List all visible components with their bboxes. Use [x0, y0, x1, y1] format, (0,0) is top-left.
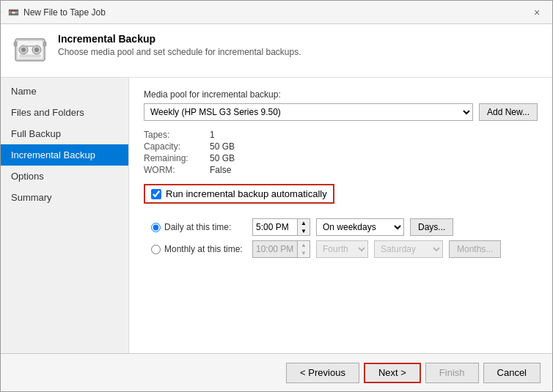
- svg-point-5: [34, 48, 39, 52]
- title-bar-left: 📼 New File to Tape Job: [8, 7, 106, 18]
- months-button[interactable]: Months...: [449, 240, 501, 258]
- window-title: New File to Tape Job: [23, 7, 106, 18]
- svg-rect-6: [20, 55, 40, 57]
- worm-value: False: [210, 165, 231, 175]
- previous-button[interactable]: < Previous: [286, 363, 359, 383]
- sidebar-item-summary[interactable]: Summary: [1, 187, 128, 208]
- main-window: 📼 New File to Tape Job × Incremental: [0, 0, 553, 392]
- sidebar-item-files-and-folders[interactable]: Files and Folders: [1, 102, 128, 123]
- daily-time-spinners: ▲ ▼: [297, 219, 310, 235]
- sidebar-item-incremental-backup[interactable]: Incremental Backup: [1, 144, 128, 166]
- window-title-icon: 📼: [8, 7, 19, 18]
- auto-backup-label: Run incremental backup automatically: [166, 188, 327, 199]
- svg-rect-7: [23, 45, 37, 47]
- monthly-time-input-wrap: ▲ ▼: [252, 240, 310, 258]
- svg-rect-9: [43, 42, 46, 46]
- capacity-value: 50 GB: [210, 141, 235, 152]
- days-button[interactable]: Days...: [410, 218, 453, 236]
- content-area: Name Files and Folders Full Backup Incre…: [1, 78, 552, 353]
- daily-radio[interactable]: [151, 223, 161, 232]
- capacity-row: Capacity: 50 GB: [144, 141, 538, 152]
- add-new-button[interactable]: Add New...: [479, 103, 538, 121]
- header-title: Incremental Backup: [58, 33, 301, 45]
- sidebar-item-full-backup[interactable]: Full Backup: [1, 123, 128, 144]
- monthly-time-down[interactable]: ▼: [298, 249, 310, 257]
- header-subtitle: Choose media pool and set schedule for i…: [58, 47, 301, 57]
- remaining-label: Remaining:: [144, 153, 210, 163]
- main-content: Media pool for incremental backup: Weekl…: [129, 78, 552, 353]
- finish-button[interactable]: Finish: [425, 363, 479, 383]
- monthly-row: Monthly at this time: ▲ ▼ Fourth First S…: [151, 240, 538, 258]
- monthly-time-up[interactable]: ▲: [298, 241, 310, 249]
- pool-label: Media pool for incremental backup:: [144, 89, 538, 100]
- pool-row: Weekly (HP MSL G3 Series 9.50) Add New..…: [144, 103, 538, 121]
- schedule-section: Daily at this time: ▲ ▼ On weekdays Ever…: [151, 218, 538, 258]
- next-button[interactable]: Next >: [364, 363, 421, 383]
- monthly-time-spinners: ▲ ▼: [297, 241, 310, 257]
- svg-point-3: [21, 48, 26, 52]
- daily-time-up[interactable]: ▲: [298, 219, 310, 227]
- daily-row: Daily at this time: ▲ ▼ On weekdays Ever…: [151, 218, 538, 236]
- worm-row: WORM: False: [144, 165, 538, 175]
- tapes-label: Tapes:: [144, 130, 210, 140]
- capacity-label: Capacity:: [144, 141, 210, 152]
- cancel-button[interactable]: Cancel: [483, 363, 541, 383]
- footer: < Previous Next > Finish Cancel: [1, 353, 552, 391]
- tape-icon: [12, 33, 48, 68]
- close-button[interactable]: ×: [529, 4, 545, 21]
- pool-select[interactable]: Weekly (HP MSL G3 Series 9.50): [144, 103, 473, 121]
- tapes-value: 1: [210, 130, 215, 140]
- remaining-value: 50 GB: [210, 153, 235, 163]
- svg-rect-8: [14, 42, 17, 46]
- monthly-day-select[interactable]: Saturday Sunday Monday Tuesday Wednesday…: [374, 240, 443, 258]
- title-bar: 📼 New File to Tape Job ×: [1, 1, 552, 24]
- sidebar-item-options[interactable]: Options: [1, 166, 128, 187]
- info-table: Tapes: 1 Capacity: 50 GB Remaining: 50 G…: [144, 130, 538, 175]
- monthly-radio[interactable]: [151, 245, 161, 254]
- monthly-time-input[interactable]: [253, 241, 297, 257]
- worm-label: WORM:: [144, 165, 210, 175]
- sidebar-item-name[interactable]: Name: [1, 81, 128, 102]
- daily-radio-label[interactable]: Daily at this time:: [151, 222, 246, 232]
- remaining-row: Remaining: 50 GB: [144, 153, 538, 163]
- auto-backup-checkbox-row[interactable]: Run incremental backup automatically: [144, 184, 334, 204]
- daily-time-down[interactable]: ▼: [298, 227, 310, 235]
- header-section: Incremental Backup Choose media pool and…: [1, 24, 552, 78]
- monthly-fourth-select[interactable]: Fourth First Second Third Last: [316, 240, 368, 258]
- daily-time-input[interactable]: [253, 219, 297, 235]
- tapes-row: Tapes: 1: [144, 130, 538, 140]
- auto-backup-checkbox[interactable]: [151, 189, 161, 199]
- daily-time-input-wrap: ▲ ▼: [252, 218, 310, 236]
- daily-frequency-select[interactable]: On weekdays Every day On working days: [316, 218, 404, 236]
- sidebar: Name Files and Folders Full Backup Incre…: [1, 78, 129, 353]
- monthly-radio-label[interactable]: Monthly at this time:: [151, 244, 246, 254]
- header-text: Incremental Backup Choose media pool and…: [58, 33, 301, 57]
